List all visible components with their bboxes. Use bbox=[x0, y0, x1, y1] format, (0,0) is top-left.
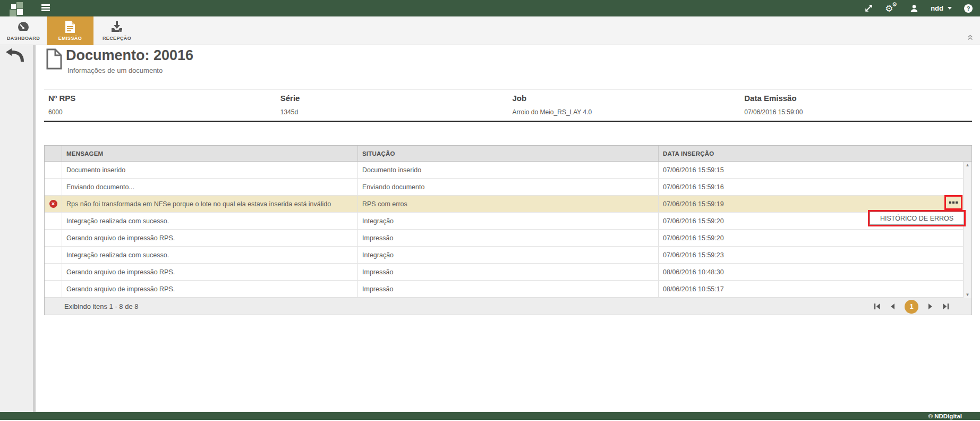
bottom-bar: © NDDigital bbox=[0, 412, 980, 420]
table-row[interactable]: Gerando arquivo de impressão RPS. Impres… bbox=[45, 230, 972, 247]
row-situacao: Documento inserido bbox=[357, 162, 658, 178]
collapse-toolbar-icon[interactable] bbox=[967, 33, 974, 43]
topbar: ⚙⚙ ndd ? bbox=[0, 0, 980, 16]
info-label: Nº RPS bbox=[48, 94, 276, 103]
row-data-insercao: 08/06/2016 10:55:17 bbox=[658, 281, 972, 297]
info-value: 1345d bbox=[280, 108, 508, 116]
table-row[interactable]: Gerando arquivo de impressão RPS. Impres… bbox=[45, 264, 972, 281]
table-row[interactable]: Documento inserido Documento inserido 07… bbox=[45, 162, 972, 179]
row-status-cell bbox=[45, 213, 62, 229]
header-situacao[interactable]: SITUAÇÃO bbox=[357, 146, 658, 161]
row-status-cell bbox=[45, 230, 62, 246]
page-subtitle: Informações de um documento bbox=[67, 66, 163, 74]
info-label: Série bbox=[280, 94, 508, 103]
logo-square bbox=[11, 4, 16, 9]
tab-label: EMISSÃO bbox=[58, 36, 82, 41]
tab-label: RECEPÇÃO bbox=[103, 36, 131, 41]
table-row[interactable]: Enviando documento... Enviando documento… bbox=[45, 179, 972, 196]
row-status-cell bbox=[45, 264, 62, 280]
row-situacao: Impressão bbox=[357, 264, 658, 280]
table-row[interactable]: Integração realizada com sucesso. Integr… bbox=[45, 247, 972, 264]
row-status-cell: × bbox=[45, 196, 62, 212]
row-data-insercao: 08/06/2016 10:48:30 bbox=[658, 264, 972, 280]
row-situacao: Integração bbox=[357, 247, 658, 263]
annotation-box-tooltip: HISTÓRICO DE ERROS bbox=[868, 210, 966, 226]
row-mensagem: Integração realizada com sucesso. bbox=[62, 247, 357, 263]
table-row[interactable]: Integração realizada com sucesso. Integr… bbox=[45, 213, 972, 230]
row-situacao: Impressão bbox=[357, 230, 658, 246]
error-icon: × bbox=[49, 200, 57, 208]
row-status-cell bbox=[45, 179, 62, 195]
tab-dashboard[interactable]: DASHBOARD bbox=[0, 16, 47, 45]
error-history-tooltip[interactable]: HISTÓRICO DE ERROS bbox=[870, 212, 964, 225]
last-page-icon[interactable] bbox=[942, 303, 949, 310]
row-mensagem: Gerando arquivo de impressão RPS. bbox=[62, 230, 357, 246]
info-field-job: Job Arroio do Meio_RS_LAY 4.0 bbox=[508, 94, 740, 116]
messages-table: MENSAGEM SITUAÇÃO DATA INSERÇÃO Document… bbox=[44, 145, 972, 315]
table-row-error[interactable]: × Rps não foi transformada em NFSe porqu… bbox=[45, 196, 972, 213]
row-actions-dots-button[interactable] bbox=[949, 201, 958, 204]
logo-square bbox=[16, 2, 23, 9]
row-data-insercao: 07/06/2016 15:59:23 bbox=[658, 247, 972, 263]
tab-emissao[interactable]: EMISSÃO bbox=[47, 16, 93, 45]
row-mensagem: Documento inserido bbox=[62, 162, 357, 178]
row-situacao: Integração bbox=[357, 213, 658, 229]
annotation-box-actions bbox=[944, 195, 962, 210]
row-mensagem: Rps não foi transformada em NFSe porque … bbox=[62, 196, 357, 212]
row-mensagem: Gerando arquivo de impressão RPS. bbox=[62, 281, 357, 297]
row-data-insercao: 07/06/2016 15:59:20 bbox=[658, 230, 972, 246]
current-page-button[interactable]: 1 bbox=[905, 300, 918, 314]
settings-gears-icon[interactable]: ⚙⚙ bbox=[885, 3, 898, 14]
table-scrollbar[interactable]: ▲ ▼ bbox=[963, 162, 972, 298]
fullscreen-icon[interactable] bbox=[865, 4, 873, 12]
menu-toggle-icon[interactable] bbox=[41, 4, 51, 12]
document-icon bbox=[65, 21, 75, 33]
header-status-col bbox=[45, 146, 62, 161]
header-data-insercao[interactable]: DATA INSERÇÃO bbox=[658, 146, 972, 161]
row-situacao: Enviando documento bbox=[357, 179, 658, 195]
row-data-insercao: 07/06/2016 15:59:16 bbox=[658, 179, 972, 195]
info-label: Job bbox=[513, 94, 740, 103]
next-page-icon[interactable] bbox=[927, 303, 933, 310]
first-page-icon[interactable] bbox=[874, 303, 881, 310]
items-summary: Exibindo itens 1 - 8 de 8 bbox=[45, 302, 138, 310]
toolbar: DASHBOARD EMISSÃO RECEPÇÃO bbox=[0, 16, 980, 45]
help-icon[interactable]: ? bbox=[964, 4, 973, 13]
app-window: ⚙⚙ ndd ? DASHBOARD bbox=[0, 0, 980, 421]
pagination: 1 bbox=[874, 300, 949, 314]
row-mensagem: Enviando documento... bbox=[62, 179, 357, 195]
user-menu-label: ndd bbox=[931, 4, 943, 12]
row-data-insercao: 07/06/2016 15:59:15 bbox=[658, 162, 972, 178]
user-icon[interactable] bbox=[910, 4, 918, 13]
back-button[interactable] bbox=[5, 48, 24, 65]
tab-label: DASHBOARD bbox=[7, 36, 40, 41]
info-value: 07/06/2016 15:59:00 bbox=[744, 108, 972, 116]
info-field-rps: Nº RPS 6000 bbox=[44, 94, 276, 116]
back-arrow-icon bbox=[5, 48, 24, 64]
scroll-down-icon[interactable]: ▼ bbox=[966, 293, 970, 297]
row-mensagem: Gerando arquivo de impressão RPS. bbox=[62, 264, 357, 280]
scroll-up-icon[interactable]: ▲ bbox=[966, 163, 970, 167]
left-sidebar bbox=[0, 45, 36, 412]
download-tray-icon bbox=[110, 21, 123, 33]
table-header: MENSAGEM SITUAÇÃO DATA INSERÇÃO bbox=[45, 146, 972, 162]
tab-recepcao[interactable]: RECEPÇÃO bbox=[93, 16, 140, 45]
page-title: Documento: 20016 bbox=[66, 47, 193, 64]
table-footer: Exibindo itens 1 - 8 de 8 1 bbox=[45, 298, 972, 315]
table-row[interactable]: Gerando arquivo de impressão RPS. Impres… bbox=[45, 281, 972, 298]
chevron-down-icon bbox=[948, 7, 952, 10]
info-value: 6000 bbox=[48, 108, 276, 116]
header-mensagem[interactable]: MENSAGEM bbox=[62, 146, 357, 161]
info-label: Data Emissão bbox=[744, 94, 972, 103]
row-mensagem: Integração realizada com sucesso. bbox=[62, 213, 357, 229]
prev-page-icon[interactable] bbox=[890, 303, 896, 310]
row-status-cell bbox=[45, 162, 62, 178]
document-info-panel: Nº RPS 6000 Série 1345d Job Arroio do Me… bbox=[44, 89, 972, 122]
logo-square bbox=[10, 10, 16, 16]
row-status-cell bbox=[45, 281, 62, 297]
user-menu[interactable]: ndd bbox=[931, 4, 952, 12]
app-logo[interactable] bbox=[9, 1, 26, 16]
page-document-icon bbox=[46, 48, 63, 72]
row-status-cell bbox=[45, 247, 62, 263]
row-situacao: Impressão bbox=[357, 281, 658, 297]
